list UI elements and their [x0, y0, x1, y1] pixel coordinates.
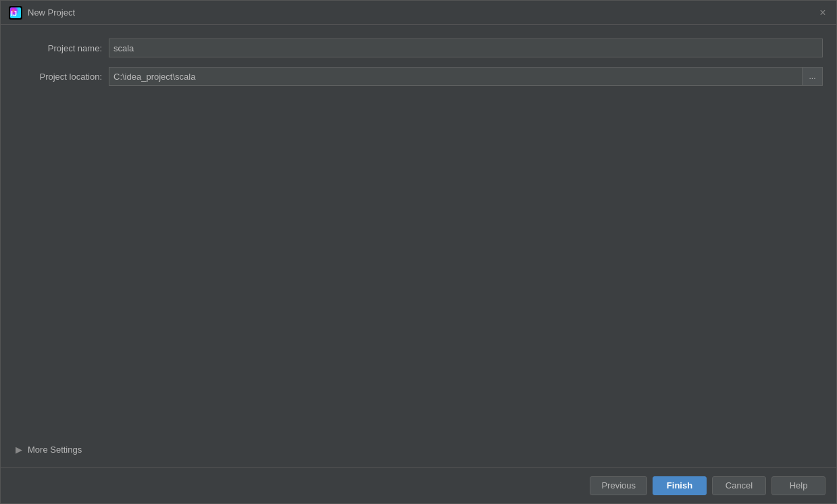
content-spacer [14, 95, 823, 439]
project-location-row: Project location: ... [14, 67, 823, 86]
project-name-row: Project name: [14, 39, 823, 57]
project-name-label: Project name: [14, 43, 109, 53]
content-area: Project name: Project location: ... ▶ Mo… [1, 25, 836, 467]
more-settings-toggle[interactable]: ▶ More Settings [14, 439, 823, 460]
app-icon: IJ [9, 6, 22, 20]
more-settings-arrow-icon: ▶ [14, 445, 24, 455]
project-location-field: ... [109, 67, 823, 86]
title-bar: IJ New Project × [1, 1, 836, 25]
project-location-input[interactable] [109, 67, 803, 86]
dialog-title: New Project [28, 7, 817, 18]
help-button[interactable]: Help [771, 476, 826, 495]
browse-button[interactable]: ... [803, 67, 823, 86]
previous-button[interactable]: Previous [590, 476, 647, 495]
new-project-dialog: IJ New Project × Project name: Project l… [0, 0, 837, 504]
project-name-input[interactable] [109, 39, 823, 57]
bottom-bar: Previous Finish Cancel Help [1, 467, 836, 503]
finish-button[interactable]: Finish [653, 476, 707, 495]
project-location-label: Project location: [14, 72, 109, 82]
svg-text:IJ: IJ [11, 9, 17, 18]
close-button[interactable]: × [817, 7, 828, 18]
more-settings-label: More Settings [28, 445, 82, 455]
cancel-button[interactable]: Cancel [712, 476, 766, 495]
